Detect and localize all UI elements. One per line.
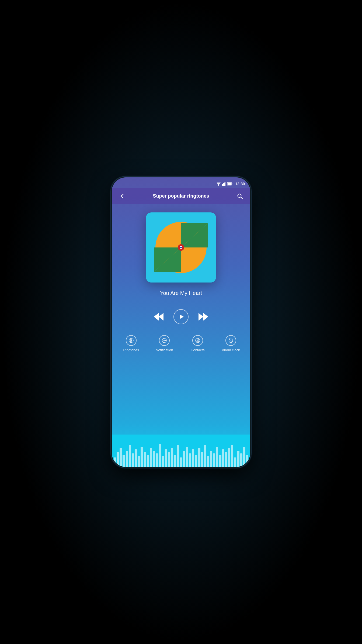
eq-bar bbox=[123, 455, 125, 467]
nav-item-contacts[interactable]: Contacts bbox=[187, 335, 208, 352]
player-controls bbox=[112, 309, 250, 324]
eq-bar bbox=[174, 455, 176, 467]
eq-bar bbox=[228, 448, 230, 467]
eq-bar bbox=[168, 452, 170, 467]
eq-bar bbox=[192, 449, 194, 467]
eq-bar bbox=[198, 448, 200, 467]
album-art bbox=[146, 212, 216, 283]
search-button[interactable] bbox=[235, 191, 245, 201]
nav-item-alarm[interactable]: Alarm clock bbox=[220, 335, 242, 352]
app-header: Super popular ringtones bbox=[112, 188, 250, 204]
status-icons: 12:30 bbox=[216, 182, 245, 186]
svg-rect-6 bbox=[232, 183, 232, 184]
eq-bar bbox=[189, 453, 191, 467]
album-section: You Are My Heart bbox=[112, 204, 250, 302]
alarm-label: Alarm clock bbox=[222, 348, 240, 352]
contacts-label: Contacts bbox=[191, 348, 204, 352]
eq-bar bbox=[201, 452, 203, 467]
ringtones-icon bbox=[126, 335, 137, 346]
svg-rect-2 bbox=[223, 183, 224, 186]
notification-icon bbox=[159, 335, 170, 346]
eq-bar bbox=[162, 456, 164, 467]
svg-rect-7 bbox=[228, 183, 231, 185]
song-title: You Are My Heart bbox=[160, 290, 202, 296]
eq-bar bbox=[126, 451, 128, 467]
eq-bar bbox=[156, 453, 158, 467]
eq-bar bbox=[219, 455, 221, 467]
eq-bar bbox=[234, 457, 236, 467]
battery-icon bbox=[227, 182, 232, 185]
eq-bar bbox=[141, 447, 143, 467]
svg-point-22 bbox=[129, 338, 133, 343]
back-button[interactable] bbox=[117, 191, 127, 201]
signal-icon bbox=[222, 182, 226, 186]
eq-bar bbox=[132, 453, 134, 467]
contacts-icon bbox=[192, 335, 203, 346]
phone-screen: 12:30 Super popular ringtones bbox=[112, 177, 250, 467]
svg-point-0 bbox=[218, 185, 219, 186]
eq-bar bbox=[183, 451, 185, 467]
fast-forward-button[interactable] bbox=[197, 310, 210, 323]
page-title: Super popular ringtones bbox=[127, 193, 235, 199]
svg-marker-21 bbox=[203, 313, 208, 321]
svg-rect-3 bbox=[224, 182, 225, 186]
svg-marker-19 bbox=[180, 315, 184, 319]
phone-frame: 12:30 Super popular ringtones bbox=[111, 177, 251, 468]
eq-bar bbox=[213, 453, 215, 467]
eq-bar bbox=[246, 455, 248, 467]
eq-bar bbox=[225, 452, 227, 467]
eq-bar bbox=[114, 457, 116, 467]
bottom-navigation: Ringtones Notification bbox=[112, 330, 250, 355]
eq-bar bbox=[243, 447, 245, 467]
eq-bar bbox=[144, 452, 146, 467]
eq-bar bbox=[159, 444, 161, 467]
svg-rect-1 bbox=[222, 184, 223, 186]
nav-item-ringtones[interactable]: Ringtones bbox=[120, 335, 142, 352]
svg-point-16 bbox=[180, 247, 182, 248]
eq-bar bbox=[138, 456, 140, 467]
eq-bar bbox=[180, 457, 182, 467]
play-button[interactable] bbox=[173, 309, 189, 324]
svg-point-26 bbox=[165, 340, 166, 340]
eq-bar bbox=[195, 455, 197, 467]
eq-bar bbox=[153, 451, 155, 467]
eq-bar bbox=[231, 445, 233, 467]
svg-point-24 bbox=[163, 340, 163, 340]
eq-bar bbox=[177, 445, 179, 467]
nav-item-notification[interactable]: Notification bbox=[154, 335, 175, 352]
eq-bar bbox=[216, 447, 218, 467]
eq-bar bbox=[117, 452, 119, 467]
eq-bar bbox=[207, 456, 209, 467]
status-time: 12:30 bbox=[235, 182, 245, 186]
svg-marker-20 bbox=[199, 313, 203, 321]
svg-marker-18 bbox=[154, 313, 159, 321]
svg-marker-17 bbox=[159, 313, 163, 321]
eq-bar bbox=[186, 447, 188, 467]
rewind-button[interactable] bbox=[152, 310, 165, 323]
eq-bar bbox=[135, 449, 137, 467]
svg-rect-4 bbox=[225, 182, 226, 186]
eq-bar bbox=[165, 449, 167, 467]
eq-bar bbox=[171, 448, 173, 467]
eq-bar bbox=[150, 448, 152, 467]
status-bar: 12:30 bbox=[112, 177, 250, 188]
wifi-icon bbox=[216, 182, 221, 186]
eq-bar bbox=[237, 451, 239, 467]
eq-bar bbox=[240, 453, 242, 467]
eq-bar bbox=[147, 455, 149, 467]
eq-bar bbox=[129, 445, 131, 467]
eq-bar bbox=[222, 449, 224, 467]
ringtones-label: Ringtones bbox=[123, 348, 139, 352]
vinyl-art bbox=[149, 215, 213, 280]
eq-bar bbox=[204, 445, 206, 467]
eq-bar bbox=[120, 448, 122, 467]
svg-point-28 bbox=[197, 339, 199, 341]
svg-point-25 bbox=[164, 340, 165, 340]
eq-bar bbox=[210, 451, 212, 467]
alarm-icon bbox=[225, 335, 236, 346]
notification-label: Notification bbox=[156, 348, 173, 352]
equalizer bbox=[112, 435, 250, 467]
page-wrapper: 12:30 Super popular ringtones bbox=[0, 0, 362, 644]
